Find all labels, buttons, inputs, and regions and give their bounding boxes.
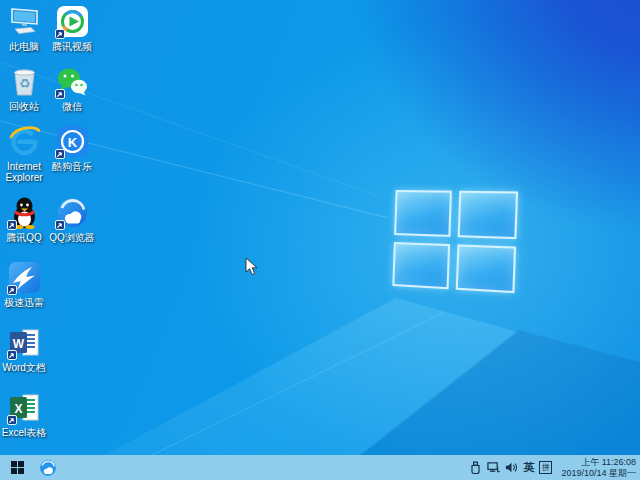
shortcut-arrow-icon [7,415,17,425]
desktop-icon-tencent-video[interactable]: 腾讯视频 [44,5,100,52]
icon-label: 酷狗音乐 [52,161,92,172]
windows-logo-pane [455,244,516,293]
svg-text:♻: ♻ [18,76,30,91]
recycle-bin-icon: ♻ [8,65,41,98]
icon-label: 回收站 [9,101,39,112]
shortcut-arrow-icon [7,220,17,230]
svg-text:X: X [14,402,22,416]
shortcut-arrow-icon [55,220,65,230]
icon-label: Word文档 [2,362,46,373]
ime-language-indicator[interactable]: 英 [523,460,534,475]
shortcut-arrow-icon [7,350,17,360]
windows-logo-pane [457,191,518,239]
desktop-icon-qq-browser[interactable]: QQ浏览器 [44,196,100,243]
shortcut-arrow-icon [55,149,65,159]
desktop-icon-word[interactable]: W Word文档 [0,326,52,373]
icon-label: 极速迅雷 [4,297,44,308]
taskbar-clock[interactable]: 上午 11:26:08 2019/10/14 星期一 [557,457,636,479]
windows-logo [392,190,518,293]
windows-logo-pane [392,241,449,289]
windows-start-icon [11,461,24,474]
thunder-icon [8,261,41,294]
icon-label: 腾讯视频 [52,41,92,52]
windows-logo-pane [394,190,451,236]
shortcut-arrow-icon [55,89,65,99]
icon-label: Excel表格 [2,427,46,438]
clock-date: 2019/10/14 星期一 [561,468,636,479]
clock-time: 上午 11:26:08 [561,457,636,468]
taskbar-qq-browser-button[interactable] [34,455,62,480]
taskbar: 英 拼 上午 11:26:08 2019/10/14 星期一 [0,455,640,480]
icon-label: 此电脑 [9,41,39,52]
word-icon: W [8,326,41,359]
start-button[interactable] [0,455,34,480]
icon-label: 微信 [62,101,82,112]
desktop-icon-kugou-music[interactable]: K 酷狗音乐 [44,125,100,172]
system-tray: 英 拼 上午 11:26:08 2019/10/14 星期一 [469,457,640,479]
desktop-icon-thunder[interactable]: 极速迅雷 [0,261,52,308]
desktop-icon-wechat[interactable]: 微信 [44,65,100,112]
internet-explorer-icon [8,125,41,158]
icon-label: QQ浏览器 [49,232,95,243]
excel-icon: X [8,391,41,424]
usb-icon[interactable] [469,461,482,475]
svg-text:K: K [67,135,77,150]
desktop-icon-excel[interactable]: X Excel表格 [0,391,52,438]
kugou-music-icon: K [56,125,89,158]
network-icon[interactable] [487,461,500,475]
qq-browser-icon [56,196,89,229]
qq-browser-icon [39,459,57,477]
volume-icon[interactable] [505,461,518,475]
tencent-video-icon [56,5,89,38]
svg-text:W: W [12,337,24,351]
tencent-qq-icon [8,196,41,229]
this-pc-icon [8,5,41,38]
shortcut-arrow-icon [55,29,65,39]
ime-mode-icon[interactable]: 拼 [539,461,552,474]
shortcut-arrow-icon [7,285,17,295]
wechat-icon [56,65,89,98]
icon-label: 腾讯QQ [6,232,42,243]
